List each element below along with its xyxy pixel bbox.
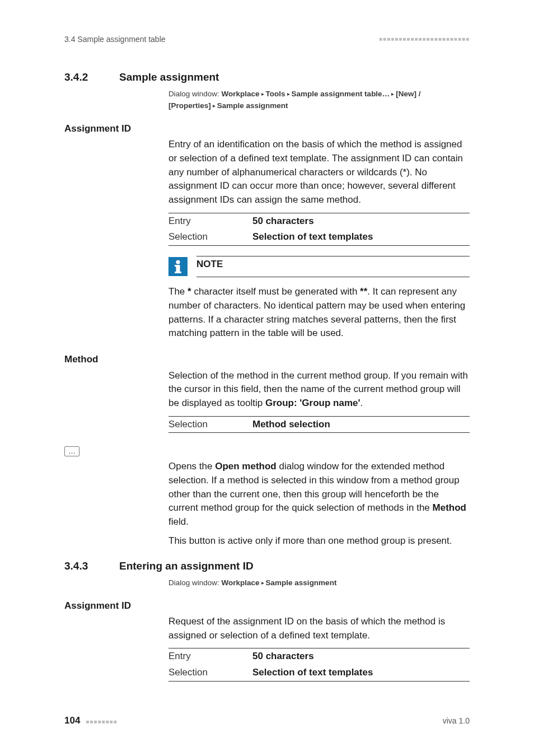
section-343-number: 3.4.3 <box>64 558 98 574</box>
note-bold: ** <box>360 286 367 297</box>
breadcrumb-sep-icon: ▸ <box>211 102 217 109</box>
assignment-id-heading-2: Assignment ID <box>64 599 470 613</box>
method-bold: Group: 'Group name' <box>265 398 360 408</box>
note-head: NOTE <box>168 256 470 278</box>
open-method-para: Opens the Open method dialog window for … <box>168 460 470 529</box>
page: 3.4 Sample assignment table ■■■■■■■■■■■■… <box>0 0 534 756</box>
note-block: NOTE The * character itself must be gene… <box>168 256 470 340</box>
assignment-id-para: Entry of an identification on the basis … <box>168 138 470 207</box>
table-key: Selection <box>168 666 252 680</box>
section-342-number: 3.4.2 <box>64 69 98 85</box>
ellipsis-button-row: … <box>64 443 470 460</box>
dialog-part-0: Workplace <box>222 90 260 98</box>
breadcrumb-sep-icon: ▸ <box>285 91 292 97</box>
section-342-heading: 3.4.2 Sample assignment <box>64 69 470 85</box>
table-value: 50 characters <box>252 650 314 664</box>
running-head: 3.4 Sample assignment table ■■■■■■■■■■■■… <box>64 34 470 45</box>
section-343-heading: 3.4.3 Entering an assignment ID <box>64 558 470 574</box>
open-method-text: Opens the <box>168 461 215 472</box>
open-method-bold: Open method <box>215 461 277 472</box>
ellipsis-button[interactable]: … <box>64 446 79 456</box>
table-value: Method selection <box>252 418 330 432</box>
open-method-text: field. <box>168 516 189 527</box>
open-method-para2: This button is active only if more than … <box>168 534 470 548</box>
running-head-ornament: ■■■■■■■■■■■■■■■■■■■■■■■ <box>379 35 470 44</box>
table-value: Selection of text templates <box>252 666 373 680</box>
dialog-part-1: Sample assignment <box>266 578 337 587</box>
table-value: Selection of text templates <box>252 230 373 244</box>
breadcrumb-sep-icon: ▸ <box>260 91 266 97</box>
method-table: Selection Method selection <box>168 416 470 433</box>
svg-rect-3 <box>175 272 181 273</box>
dialog-part-1: Tools <box>266 90 285 98</box>
svg-point-1 <box>176 260 180 264</box>
note-body: The * character itself must be generated… <box>168 285 470 340</box>
svg-rect-4 <box>175 265 178 267</box>
note-bold: * <box>188 286 191 297</box>
footer-left: 104 ■■■■■■■■ <box>64 714 118 728</box>
table-key: Entry <box>168 214 252 228</box>
open-method-bold: Method <box>433 502 466 513</box>
method-heading: Method <box>64 353 470 367</box>
info-icon <box>168 257 188 276</box>
table-row: Entry 50 characters <box>168 213 470 230</box>
breadcrumb-sep-icon: ▸ <box>260 580 266 586</box>
assignment-id-para-2: Request of the assignment ID on the basi… <box>168 615 470 642</box>
table-key: Entry <box>168 650 252 664</box>
dialog-part-2: Sample assignment table… <box>292 90 390 98</box>
method-text: . <box>360 398 363 408</box>
table-key: Selection <box>168 418 252 432</box>
table-row: Entry 50 characters <box>168 648 470 665</box>
table-row: Selection Selection of text templates <box>168 665 470 681</box>
note-text: The <box>168 286 188 297</box>
dialog-part-4: Sample assignment <box>217 101 288 110</box>
section-343-title: Entering an assignment ID <box>119 558 254 574</box>
note-label: NOTE <box>196 256 470 278</box>
section-343-dialog-path: Dialog window: Workplace▸Sample assignme… <box>168 577 470 589</box>
note-text: character itself must be generated with <box>191 286 360 297</box>
dialog-prefix: Dialog window: <box>168 578 222 587</box>
method-para: Selection of the method in the current m… <box>168 369 470 410</box>
table-value: 50 characters <box>252 214 314 228</box>
footer-ornament: ■■■■■■■■ <box>86 718 117 725</box>
assignment-id-table: Entry 50 characters Selection Selection … <box>168 213 470 246</box>
section-342-title: Sample assignment <box>119 69 219 85</box>
page-footer: 104 ■■■■■■■■ viva 1.0 <box>64 714 470 728</box>
dialog-part-0: Workplace <box>222 578 260 587</box>
table-row: Selection Method selection <box>168 417 470 433</box>
section-342-dialog-path: Dialog window: Workplace▸Tools▸Sample as… <box>168 88 470 112</box>
assignment-id-table-2: Entry 50 characters Selection Selection … <box>168 648 470 681</box>
dialog-prefix: Dialog window: <box>168 90 222 98</box>
assignment-id-heading: Assignment ID <box>64 122 470 136</box>
table-key: Selection <box>168 230 252 244</box>
running-head-left: 3.4 Sample assignment table <box>64 34 166 45</box>
footer-version: viva 1.0 <box>443 715 470 726</box>
table-row: Selection Selection of text templates <box>168 229 470 245</box>
page-number: 104 <box>64 715 80 726</box>
breadcrumb-sep-icon: ▸ <box>390 91 396 97</box>
